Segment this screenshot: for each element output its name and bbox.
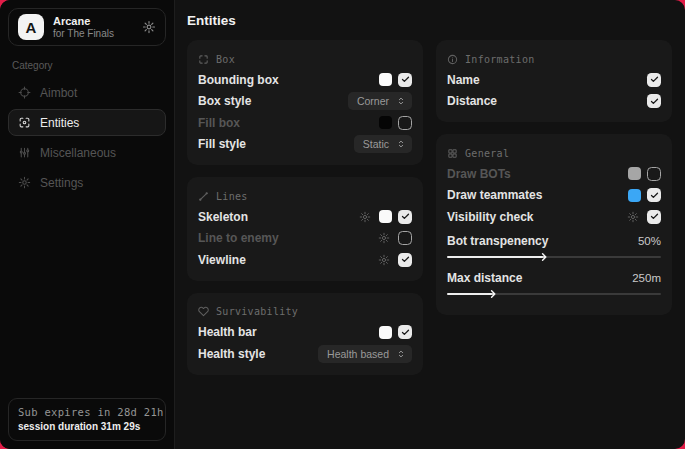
box-style-row: Box style Corner (198, 91, 412, 113)
gear-icon[interactable] (627, 211, 639, 223)
draw-teammates-row: Draw teammates (447, 185, 661, 207)
name-checkbox[interactable] (647, 73, 661, 87)
gear-icon (18, 176, 31, 189)
setting-label: Visibility check (447, 210, 534, 224)
setting-label: Box style (198, 94, 251, 108)
color-swatch[interactable] (379, 326, 392, 339)
settings-gear-icon[interactable] (142, 20, 156, 34)
bot-transparency-slider[interactable] (447, 256, 661, 258)
distance-checkbox[interactable] (647, 94, 661, 108)
dropdown-value: Static (363, 138, 389, 150)
gear-icon[interactable] (378, 254, 390, 266)
skeleton-row: Skeleton (198, 206, 412, 228)
card-title: General (465, 148, 509, 159)
setting-label: Skeleton (198, 210, 248, 224)
sidebar-item-miscellaneous[interactable]: Miscellaneous (8, 139, 166, 166)
setting-label: Health style (198, 347, 265, 361)
survivability-card-header: Survivability (198, 302, 412, 322)
visibility-check-row: Visibility check (447, 206, 661, 228)
gear-icon[interactable] (378, 232, 390, 244)
check-icon (401, 328, 410, 337)
setting-label: Draw teammates (447, 188, 542, 202)
check-icon (650, 212, 659, 221)
line-to-enemy-checkbox[interactable] (398, 231, 412, 245)
color-swatch[interactable] (379, 116, 392, 129)
box-corners-icon (198, 54, 209, 65)
info-icon (447, 54, 458, 65)
health-style-row: Health style Health based (198, 343, 412, 365)
sidebar-item-label: Settings (40, 176, 83, 190)
max-distance-slider-group: Max distance 250m (447, 268, 661, 295)
viewline-checkbox[interactable] (398, 253, 412, 267)
category-label: Category (12, 60, 162, 71)
chevrons-up-down-icon (396, 349, 406, 359)
gear-icon[interactable] (359, 211, 371, 223)
slider-thumb-arrow-icon[interactable] (487, 288, 498, 299)
visibility-check-checkbox[interactable] (647, 210, 661, 224)
box-card-header: Box (198, 49, 412, 69)
name-row: Name (447, 69, 661, 91)
information-card-header: Information (447, 49, 661, 69)
setting-label: Draw BOTs (447, 167, 511, 181)
max-distance-slider[interactable] (447, 293, 661, 295)
card-title: Box (216, 54, 235, 65)
general-card: General Draw BOTs Draw teammates (436, 134, 672, 315)
app-window: A Arcane for The Finals Category (0, 0, 685, 449)
line-to-enemy-row: Line to enemy (198, 228, 412, 250)
bounding-box-row: Bounding box (198, 69, 412, 91)
sidebar-item-label: Miscellaneous (40, 146, 116, 160)
sidebar-item-aimbot[interactable]: Aimbot (8, 79, 166, 106)
setting-label: Viewline (198, 253, 246, 267)
fill-style-dropdown[interactable]: Static (354, 135, 412, 153)
bounding-box-checkbox[interactable] (398, 73, 412, 87)
app-name: Arcane (53, 15, 114, 28)
slider-label: Bot transpenency (447, 234, 548, 248)
chevrons-up-down-icon (396, 96, 406, 106)
distance-row: Distance (447, 91, 661, 113)
color-swatch[interactable] (628, 167, 641, 180)
skeleton-checkbox[interactable] (398, 210, 412, 224)
color-swatch[interactable] (628, 189, 641, 202)
page-title: Entities (187, 13, 673, 28)
health-bar-row: Health bar (198, 322, 412, 344)
check-icon (401, 75, 410, 84)
crosshair-icon (18, 86, 31, 99)
box-card: Box Bounding box Box style (187, 40, 423, 165)
draw-bots-checkbox[interactable] (647, 167, 661, 181)
check-icon (650, 191, 659, 200)
fill-box-row: Fill box (198, 112, 412, 134)
lines-card-header: Lines (198, 186, 412, 206)
sidebar-item-label: Aimbot (40, 86, 77, 100)
sidebar-item-label: Entities (40, 116, 79, 130)
sidebar-nav: Aimbot Entities Miscella (8, 79, 166, 196)
slider-value: 250m (632, 272, 661, 284)
sub-expires-text: Sub expires in 28d 21h (18, 406, 156, 418)
grid-icon (447, 148, 458, 159)
dropdown-value: Health based (327, 348, 389, 360)
diagonal-line-icon (198, 191, 209, 202)
health-bar-checkbox[interactable] (398, 325, 412, 339)
slider-thumb-arrow-icon[interactable] (538, 251, 549, 262)
setting-label: Bounding box (198, 73, 279, 87)
app-logo: A (18, 14, 44, 40)
draw-teammates-checkbox[interactable] (647, 188, 661, 202)
check-icon (401, 212, 410, 221)
setting-label: Health bar (198, 325, 257, 339)
bot-transparency-slider-group: Bot transpenency 50% (447, 231, 661, 258)
box-style-dropdown[interactable]: Corner (348, 92, 412, 110)
card-title: Information (465, 54, 535, 65)
color-swatch[interactable] (379, 210, 392, 223)
right-column: Information Name Distance (436, 40, 672, 315)
sidebar-item-settings[interactable]: Settings (8, 169, 166, 196)
setting-label: Distance (447, 94, 497, 108)
fill-box-checkbox[interactable] (398, 116, 412, 130)
color-swatch[interactable] (379, 73, 392, 86)
information-card: Information Name Distance (436, 40, 672, 122)
setting-label: Fill style (198, 137, 246, 151)
health-style-dropdown[interactable]: Health based (318, 345, 412, 363)
slider-value: 50% (638, 235, 661, 247)
lines-card: Lines Skeleton (187, 177, 423, 281)
sidebar-item-entities[interactable]: Entities (8, 109, 166, 136)
heart-icon (198, 306, 209, 317)
card-title: Lines (216, 191, 248, 202)
